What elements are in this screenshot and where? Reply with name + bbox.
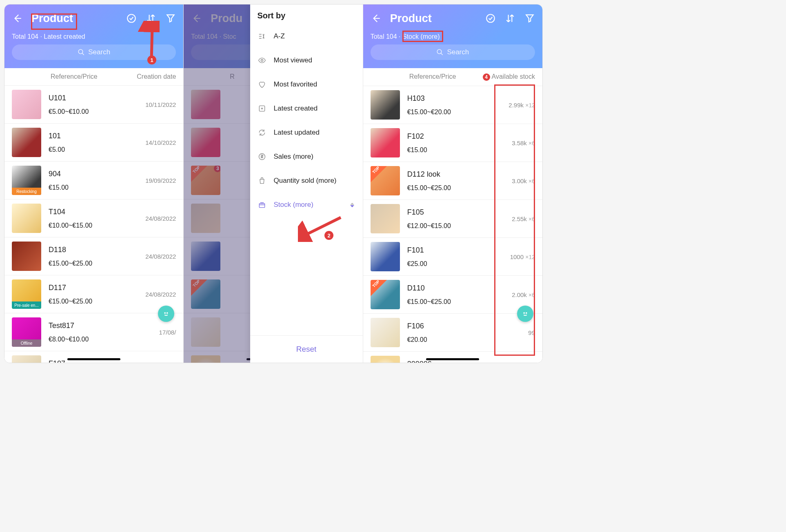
product-thumbnail[interactable]: Restocking — [12, 166, 41, 195]
product-price: €15.00 — [49, 184, 145, 191]
product-reference: H103 — [407, 94, 509, 103]
sort-direction-icon[interactable] — [349, 203, 355, 207]
phone-2-sort-panel: Produ Total 104 · Stoc R 3 Offline — [184, 4, 363, 363]
product-thumbnail[interactable] — [371, 204, 400, 233]
svg-rect-7 — [259, 204, 264, 208]
refresh-icon — [258, 128, 266, 137]
product-row[interactable]: T104 €10.00~€15.00 24/08/2022 — [4, 199, 183, 237]
product-date: 24/08/2022 — [145, 253, 176, 260]
column-headers: Reference/Price 4Available stock — [363, 68, 542, 86]
sort-option-stock-more-[interactable]: Stock (more) — [250, 193, 363, 217]
product-row[interactable]: Restocking 904 €15.00 19/09/2022 — [4, 161, 183, 199]
product-price: €10.00~€15.00 — [49, 222, 145, 229]
search-input[interactable]: Search — [371, 44, 535, 60]
svg-point-4 — [261, 60, 263, 62]
product-thumbnail[interactable] — [371, 242, 400, 271]
svg-point-10 — [524, 313, 524, 313]
search-input[interactable]: Search — [12, 44, 176, 60]
product-row[interactable]: U101 €5.00~€10.00 10/11/2022 — [4, 85, 183, 123]
page-title: Product — [31, 12, 73, 25]
product-thumbnail[interactable] — [12, 90, 41, 119]
product-thumbnail[interactable]: Offline — [371, 356, 400, 363]
product-thumbnail[interactable] — [371, 90, 400, 120]
header-subtitle: Total 104 · Latest created — [12, 33, 176, 40]
product-status-badge: Restocking — [12, 188, 41, 195]
product-row[interactable]: Offline Test817 €8.00~€10.00 17/08/ — [4, 313, 183, 351]
product-row[interactable]: H103 €15.00~€20.00 2.99k ×12 — [363, 86, 542, 124]
product-row[interactable]: F106 €20.00 99 — [363, 313, 542, 351]
top-ribbon-icon — [371, 280, 387, 296]
product-thumbnail[interactable] — [371, 166, 400, 195]
home-indicator — [426, 358, 479, 360]
sort-option-quantity-sold-more-[interactable]: Quantity sold (more) — [250, 169, 363, 193]
sort-option-most-viewed[interactable]: Most viewed — [250, 49, 363, 73]
col-available-stock: 4Available stock — [483, 73, 535, 81]
box-icon — [258, 200, 266, 209]
filter-icon[interactable] — [524, 13, 535, 24]
product-price: €20.00 — [407, 336, 528, 344]
filter-icon[interactable] — [165, 13, 176, 24]
sort-icon[interactable] — [505, 13, 515, 24]
chat-fab[interactable] — [517, 306, 533, 322]
product-price: €15.00~€25.00 — [49, 298, 145, 305]
product-reference: T104 — [49, 208, 145, 216]
product-reference: F106 — [407, 322, 528, 330]
product-row[interactable]: F101 €25.00 1000 ×12 — [363, 237, 542, 275]
product-thumbnail[interactable] — [371, 128, 400, 157]
product-stock: 2.99k ×12 — [508, 102, 535, 109]
bag-icon — [258, 176, 266, 185]
product-thumbnail[interactable]: Pre-sale en... — [12, 279, 41, 309]
sort-reset-button[interactable]: Reset — [250, 335, 363, 363]
sort-icon[interactable] — [146, 13, 156, 24]
product-status-badge: Offline — [12, 339, 41, 347]
sort-option-label: Latest created — [274, 104, 318, 113]
product-row[interactable]: Pre-sale en... D117 €15.00~€25.00 24/08/… — [4, 275, 183, 313]
product-reference: U101 — [49, 94, 145, 102]
product-reference: Test817 — [49, 321, 159, 330]
product-row[interactable]: 101 €5.00 14/10/2022 — [4, 123, 183, 161]
select-mode-icon[interactable] — [126, 13, 137, 24]
sort-option-sales-more-[interactable]: Sales (more) — [250, 145, 363, 169]
product-thumbnail[interactable] — [371, 280, 400, 309]
product-reference: D112 look — [407, 170, 512, 179]
svg-point-3 — [167, 313, 168, 313]
back-icon[interactable] — [12, 13, 22, 24]
product-row[interactable]: F105 €12.00~€15.00 2.55k ×6 — [363, 200, 542, 237]
svg-point-0 — [128, 14, 136, 22]
sort-option-latest-created[interactable]: Latest created — [250, 97, 363, 121]
product-thumbnail[interactable] — [12, 128, 41, 157]
product-reference: 904 — [49, 170, 145, 178]
product-price: €5.00~€10.00 — [49, 108, 145, 115]
product-thumbnail[interactable]: Sold Out — [12, 355, 41, 363]
product-reference: D110 — [407, 284, 512, 293]
product-stock: 2.55k ×6 — [512, 215, 535, 222]
column-headers: Reference/Price Creation date — [4, 68, 183, 85]
product-row[interactable]: D118 €15.00~€25.00 24/08/2022 — [4, 237, 183, 275]
product-row[interactable]: F102 €15.00 3.58k ×6 — [363, 124, 542, 162]
product-thumbnail[interactable] — [12, 242, 41, 271]
product-row[interactable]: D110 €15.00~€25.00 2.00k ×6 — [363, 275, 542, 313]
product-stock: 99 — [528, 329, 535, 336]
product-thumbnail[interactable] — [371, 318, 400, 347]
home-indicator — [67, 358, 120, 360]
back-icon[interactable] — [371, 13, 381, 24]
sort-option-a-z[interactable]: A-Z — [250, 24, 363, 49]
product-row[interactable]: Sold Out F107 €12.00~€15.00 04/08/2022 — [4, 351, 183, 363]
product-row[interactable]: Offline 300006 €50.00 1.97k ×6 — [363, 351, 542, 363]
product-thumbnail[interactable] — [12, 204, 41, 233]
sort-option-most-favorited[interactable]: Most favorited — [250, 73, 363, 97]
product-price: €15.00~€25.00 — [49, 260, 145, 267]
sort-panel-title: Sort by — [250, 4, 363, 24]
sort-panel: Sort by A-Z Most viewed Most favorited L… — [250, 4, 363, 363]
product-reference: 101 — [49, 132, 145, 140]
product-price: €15.00 — [407, 146, 512, 154]
select-mode-icon[interactable] — [485, 13, 496, 24]
sort-option-label: Latest updated — [274, 129, 320, 137]
sort-option-label: A-Z — [274, 32, 285, 40]
sort-option-latest-updated[interactable]: Latest updated — [250, 121, 363, 145]
product-row[interactable]: D112 look €15.00~€25.00 3.00k ×6 — [363, 162, 542, 200]
svg-point-9 — [437, 49, 442, 54]
plus-box-icon — [258, 104, 266, 113]
product-thumbnail[interactable]: Offline — [12, 317, 41, 347]
top-ribbon-icon — [371, 166, 387, 182]
